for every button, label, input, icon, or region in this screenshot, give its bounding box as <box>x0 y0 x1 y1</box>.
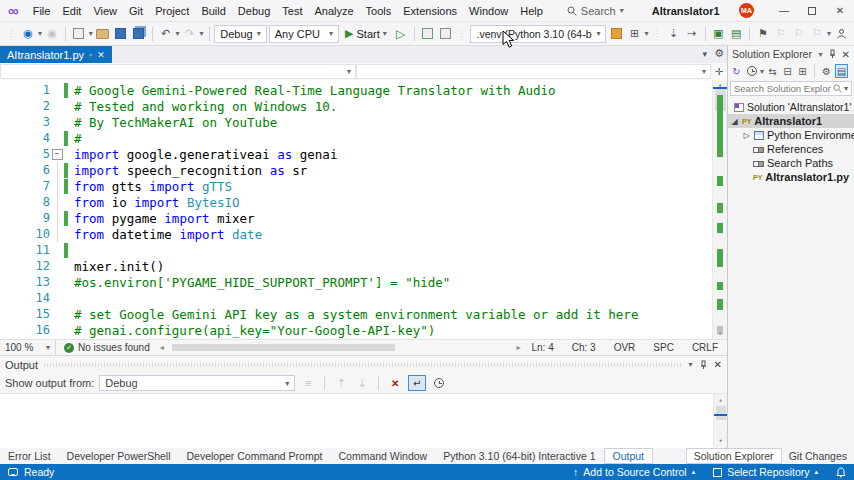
tab-error-list[interactable]: Error List <box>0 448 59 464</box>
next-message-icon[interactable]: ⇣ <box>354 375 370 391</box>
attach-icon[interactable] <box>419 26 435 42</box>
prev-bookmark-icon[interactable]: ⚐ <box>773 26 789 42</box>
sync-with-active-document-icon[interactable]: ⇆ <box>766 64 779 78</box>
split-window-button[interactable]: ✛ <box>711 64 727 79</box>
solution-configuration-combo[interactable]: Debug▾ <box>214 25 266 43</box>
interactive-debug-icon[interactable]: ▣ <box>710 26 726 42</box>
next-bookmark-icon[interactable]: ⚐ <box>791 26 807 42</box>
nav-member-dropdown[interactable]: ▾ <box>356 64 711 79</box>
notifications-bell-icon[interactable] <box>836 467 846 478</box>
output-scrollbar[interactable]: ▴ ▾ <box>713 394 727 448</box>
scroll-down-icon[interactable]: ▾ <box>714 436 727 447</box>
pin-icon[interactable]: ◦ <box>89 50 92 60</box>
undo-icon[interactable]: ↶ <box>158 26 174 42</box>
output-source-combo[interactable]: Debug▾ <box>99 375 295 391</box>
scroll-down-icon[interactable]: ▾ <box>713 330 727 338</box>
menu-item[interactable]: Test <box>276 3 308 19</box>
menu-item[interactable]: Debug <box>232 3 276 19</box>
close-panel-icon[interactable]: ✕ <box>842 49 850 60</box>
python-environment-combo[interactable]: .venv (Python 3.10 (64-bit))▾ <box>470 25 606 43</box>
minimize-button[interactable]: — <box>770 0 798 21</box>
new-project-dropdown[interactable]: ▾ <box>89 29 93 38</box>
code-line[interactable]: 4# <box>0 130 711 146</box>
window-position-dropdown[interactable]: ▾ <box>689 360 693 369</box>
solution-platform-combo[interactable]: Any CPU▾ <box>269 25 339 43</box>
step-into-icon[interactable]: ⇣ <box>666 26 682 42</box>
code-line[interactable]: 9from pygame import mixer <box>0 210 711 226</box>
code-line[interactable]: 8from io import BytesIO <box>0 194 711 210</box>
fold-collapse-icon[interactable] <box>50 146 64 162</box>
scroll-left-icon[interactable]: ◂ <box>160 340 164 355</box>
close-panel-icon[interactable]: ✕ <box>714 359 722 370</box>
code-line[interactable]: 15# set Google Gemini API key as a syste… <box>0 306 711 322</box>
tree-item-project[interactable]: ◢ PY AItranslator1 <box>728 114 854 128</box>
code-line[interactable]: 13#os.environ['PYGAME_HIDE_SUPPORT_PROMP… <box>0 274 711 290</box>
properties-icon[interactable]: ⊞ <box>796 64 809 78</box>
tab-command-window[interactable]: Command Window <box>330 448 435 464</box>
eol-indicator[interactable]: CRLF <box>683 342 727 353</box>
code-line[interactable]: 12mixer.init() <box>0 258 711 274</box>
output-content[interactable]: 您的任务是将英语演说翻译成中文！Listening ...You: Transl… <box>0 393 727 448</box>
code-line[interactable]: 10from datetime import date <box>0 226 711 242</box>
word-wrap-toggle[interactable]: ↵ <box>408 375 426 391</box>
menu-item[interactable]: Edit <box>56 3 87 19</box>
tab-developer-command-prompt[interactable]: Developer Command Prompt <box>178 448 330 464</box>
pin-icon[interactable] <box>699 360 708 370</box>
menu-item[interactable]: File <box>27 3 57 19</box>
tree-item-solution[interactable]: Solution 'AItranslator1' (1 of 1 <box>728 100 854 114</box>
avatar[interactable]: MA <box>739 3 754 18</box>
nav-project-dropdown[interactable]: ▾ <box>0 64 356 79</box>
close-button[interactable]: ✕ <box>826 0 854 21</box>
menu-item[interactable]: Project <box>149 3 195 19</box>
clear-all-icon[interactable]: ✕ <box>387 375 403 391</box>
clear-bookmarks-icon[interactable]: ⚐ <box>809 26 825 42</box>
close-tab-icon[interactable]: ✕ <box>97 50 105 60</box>
code-line[interactable]: 6import speech_recognition as sr <box>0 162 711 178</box>
drag-handle[interactable] <box>44 363 683 367</box>
code-line[interactable]: 2# Tested and working on Windows 10. <box>0 98 711 114</box>
feedback-bubble-icon[interactable] <box>8 468 18 476</box>
code-line[interactable]: 3# By TechMakerAI on YouTube <box>0 114 711 130</box>
menu-item[interactable]: Build <box>195 3 231 19</box>
redo-icon[interactable]: ↷ <box>182 26 198 42</box>
show-all-files-icon[interactable]: ▤ <box>835 64 848 78</box>
timestamp-icon[interactable] <box>431 375 447 391</box>
code-line[interactable]: 1# Google Gemini-Powered Real-Time Langu… <box>0 82 711 98</box>
code-line[interactable]: 16# genai.configure(api_key="Your-Google… <box>0 322 711 338</box>
menu-item[interactable]: View <box>87 3 123 19</box>
environment-window-icon[interactable] <box>437 26 453 42</box>
toggle-bookmark-icon[interactable]: ⚑ <box>755 26 771 42</box>
interactive-run-icon[interactable]: ▤ <box>728 26 744 42</box>
collapse-all-icon[interactable]: ⊟ <box>781 64 794 78</box>
tab-aitranslator1-py[interactable]: AItranslator1.py ◦ ✕ <box>0 46 112 63</box>
menu-item[interactable]: Window <box>463 3 514 19</box>
navigate-back-dropdown[interactable]: ▾ <box>38 29 42 38</box>
step-over-icon[interactable]: ⇢ <box>684 26 700 42</box>
prev-message-icon[interactable]: ⇡ <box>333 375 349 391</box>
maximize-button[interactable] <box>798 0 826 21</box>
code-line[interactable]: 11 <box>0 242 711 258</box>
tab-output[interactable]: Output <box>604 448 654 464</box>
start-debug-button[interactable]: ▶ Start ▾ <box>341 25 391 43</box>
tab-git-changes[interactable]: Git Changes <box>782 448 854 464</box>
gear-icon[interactable]: ⚙ <box>714 47 724 60</box>
expander-collapsed-icon[interactable]: ▷ <box>742 131 751 140</box>
expander-expanded-icon[interactable]: ◢ <box>730 117 739 126</box>
zoom-combo[interactable]: 100 %▾ <box>0 340 56 355</box>
tree-item-aitranslator1-py[interactable]: PY AItranslator1.py <box>728 170 854 184</box>
send-feedback-icon[interactable] <box>833 26 849 42</box>
save-all-icon[interactable] <box>131 26 147 42</box>
window-layout-icon[interactable]: ⊞ <box>626 26 642 42</box>
tab-developer-powershell[interactable]: Developer PowerShell <box>59 448 179 464</box>
code-line[interactable]: 7from gtts import gTTS <box>0 178 711 194</box>
menu-item[interactable]: Analyze <box>308 3 359 19</box>
tree-item-search-paths[interactable]: Search Paths <box>728 156 854 170</box>
undo-dropdown[interactable]: ▾ <box>176 29 180 38</box>
overtype-indicator[interactable]: OVR <box>605 342 645 353</box>
vertical-scrollbar[interactable]: ▴ ▾ <box>712 80 727 339</box>
goto-message-icon[interactable]: ≡ <box>300 375 316 391</box>
tab-python-interactive[interactable]: Python 3.10 (64-bit) Interactive 1 <box>435 448 603 464</box>
open-folder-icon[interactable] <box>95 26 111 42</box>
window-position-dropdown[interactable]: ▾ <box>819 50 823 59</box>
editor-options-dropdown[interactable]: ▾ <box>703 49 708 59</box>
